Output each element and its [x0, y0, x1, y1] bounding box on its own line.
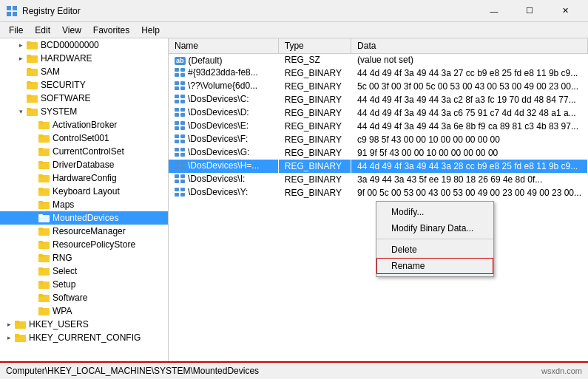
- tree-item-bcd[interactable]: ▸ BCD00000000: [0, 38, 168, 52]
- expander-wpa[interactable]: [27, 305, 38, 317]
- cell-data: 9f 00 5c 00 53 00 43 00 53 00 49 00 23 0…: [351, 186, 588, 199]
- expander-maps[interactable]: [27, 199, 38, 211]
- table-row[interactable]: \??\Volume{6d0...REG_BINARY5c 00 3f 00 3…: [169, 80, 588, 93]
- expander-hkey_users[interactable]: ▸: [3, 318, 15, 330]
- tree-item-select[interactable]: Select: [0, 264, 168, 278]
- svg-rect-84: [180, 100, 185, 103]
- expander-hardware[interactable]: ▸: [15, 52, 27, 64]
- folder-icon-resourcepolicystore: [38, 239, 50, 250]
- tree-item-activationbroker[interactable]: ActivationBroker: [0, 118, 168, 132]
- expander-hkey_current_config[interactable]: ▸: [3, 332, 15, 344]
- tree-item-resourcemanager[interactable]: ResourceManager: [0, 225, 168, 238]
- expander-mounteddevices[interactable]: [27, 212, 38, 224]
- right-panel[interactable]: Name Type Data ab(Default)REG_SZ(value n…: [169, 38, 588, 361]
- context-menu: Modify...Modify Binary Data...DeleteRena…: [376, 201, 494, 277]
- expander-sam[interactable]: [15, 66, 27, 78]
- tree-item-keyboardlayout[interactable]: Keyboard Layout: [0, 185, 168, 198]
- svg-rect-93: [175, 134, 179, 138]
- tree-item-currentcontrolset[interactable]: CurrentControlSet: [0, 145, 168, 158]
- table-row[interactable]: ab(Default)REG_SZ(value not set): [169, 53, 588, 66]
- tree-item-controlset001[interactable]: ControlSet001: [0, 132, 168, 145]
- expander-system[interactable]: ▾: [15, 106, 27, 117]
- cell-data: 44 4d 49 4f 3a 49 44 3a 27 cc b9 e8 25 f…: [351, 66, 588, 80]
- table-row[interactable]: \DosDevices\C:REG_BINARY44 4d 49 4f 3a 4…: [169, 93, 588, 106]
- tree-label-hkey_current_config: HKEY_CURRENT_CONFIG: [29, 332, 141, 343]
- tree-item-hardwareconfig[interactable]: HardwareConfig: [0, 171, 168, 185]
- tree-item-software2[interactable]: Software: [0, 291, 168, 304]
- folder-icon-sam: [27, 66, 38, 77]
- tree-label-rng: RNG: [53, 253, 72, 263]
- expander-activationbroker[interactable]: [27, 119, 38, 131]
- table-row[interactable]: #{93d23dda-fe8...REG_BINARY44 4d 49 4f 3…: [169, 66, 588, 80]
- table-row[interactable]: \DosDevices\D:REG_BINARY44 4d 49 4f 3a 4…: [169, 106, 588, 120]
- tree-item-hardware[interactable]: ▸ HARDWARE: [0, 52, 168, 65]
- status-right: wsxdn.com: [541, 366, 582, 375]
- table-row[interactable]: \DosDevices\E:REG_BINARY44 4d 49 4f 3a 4…: [169, 120, 588, 133]
- svg-rect-105: [175, 174, 179, 178]
- table-row[interactable]: \DosDevices\Y:REG_BINARY9f 00 5c 00 53 0…: [169, 186, 588, 199]
- expander-security[interactable]: [15, 79, 27, 91]
- expander-currentcontrolset[interactable]: [27, 146, 38, 157]
- close-button[interactable]: ✕: [548, 0, 582, 22]
- svg-rect-36: [38, 174, 43, 177]
- expander-software2[interactable]: [27, 292, 38, 304]
- menu-item-edit[interactable]: Edit: [29, 24, 56, 37]
- tree-item-system[interactable]: ▾ SYSTEM: [0, 105, 168, 118]
- registry-table: Name Type Data ab(Default)REG_SZ(value n…: [169, 38, 588, 199]
- folder-icon-software2: [38, 293, 50, 303]
- tree-label-currentcontrolset: CurrentControlSet: [53, 146, 124, 157]
- expander-controlset001[interactable]: [27, 132, 38, 144]
- context-menu-item-delete[interactable]: Delete: [376, 242, 493, 258]
- svg-rect-69: [15, 321, 19, 323]
- tree-item-security[interactable]: SECURITY: [0, 78, 168, 92]
- expander-resourcepolicystore[interactable]: [27, 239, 38, 250]
- svg-rect-66: [38, 307, 43, 310]
- maximize-button[interactable]: ☐: [513, 0, 547, 22]
- expander-resourcemanager[interactable]: [27, 225, 38, 237]
- expander-setup[interactable]: [27, 279, 38, 290]
- binary-icon: [175, 148, 185, 157]
- expander-keyboardlayout[interactable]: [27, 185, 38, 197]
- folder-icon-maps: [38, 199, 50, 210]
- menu-item-favorites[interactable]: Favorites: [87, 24, 135, 37]
- cell-type: REG_BINARY: [278, 160, 351, 173]
- tree-item-driverdatabase[interactable]: DriverDatabase: [0, 158, 168, 171]
- tree-item-mounteddevices[interactable]: MountedDevices: [0, 211, 168, 225]
- tree-item-software[interactable]: SOFTWARE: [0, 92, 168, 105]
- expander-select[interactable]: [27, 265, 38, 277]
- context-menu-item-modifybinary[interactable]: Modify Binary Data...: [376, 220, 493, 236]
- table-row[interactable]: \DosDevices\I:REG_BINARY3a 49 44 3a 43 5…: [169, 173, 588, 186]
- context-menu-item-modify[interactable]: Modify...: [376, 204, 493, 220]
- menu-item-file[interactable]: File: [3, 24, 29, 37]
- tree-item-maps[interactable]: Maps: [0, 198, 168, 211]
- tree-item-hkey_users[interactable]: ▸ HKEY_USERS: [0, 318, 168, 331]
- table-row[interactable]: \DosDevices\F:REG_BINARYc9 98 5f 43 00 0…: [169, 133, 588, 146]
- expander-software[interactable]: [15, 92, 27, 104]
- svg-rect-112: [180, 193, 185, 197]
- minimize-button[interactable]: —: [477, 0, 511, 22]
- expander-bcd[interactable]: ▸: [15, 39, 27, 51]
- expander-hardwareconfig[interactable]: [27, 172, 38, 184]
- tree-item-wpa[interactable]: WPA: [0, 304, 168, 318]
- menu-item-help[interactable]: Help: [135, 24, 166, 37]
- table-row[interactable]: \DosDevices\G:REG_BINARY91 9f 5f 43 00 0…: [169, 146, 588, 160]
- cell-type: REG_BINARY: [278, 93, 351, 106]
- svg-rect-106: [180, 174, 185, 178]
- tree-item-setup[interactable]: Setup: [0, 278, 168, 291]
- context-menu-item-rename[interactable]: Rename: [376, 258, 493, 274]
- tree-item-resourcepolicystore[interactable]: ResourcePolicyStore: [0, 238, 168, 251]
- folder-icon-hkey_current_config: [15, 332, 27, 343]
- tree-item-hkey_current_config[interactable]: ▸ HKEY_CURRENT_CONFIG: [0, 331, 168, 344]
- menu-item-view[interactable]: View: [56, 24, 87, 37]
- cell-type: REG_BINARY: [278, 146, 351, 160]
- expander-rng[interactable]: [27, 252, 38, 264]
- tree-label-driverdatabase: DriverDatabase: [53, 160, 114, 170]
- expander-driverdatabase[interactable]: [27, 159, 38, 171]
- svg-rect-92: [180, 126, 185, 130]
- tree-item-sam[interactable]: SAM: [0, 65, 168, 78]
- table-row[interactable]: \DosDevices\H=...REG_BINARY44 4d 49 4f 3…: [169, 160, 588, 173]
- tree-panel[interactable]: ▸ BCD00000000▸ HARDWARE SAM SECURITY SOF…: [0, 38, 169, 361]
- binary-icon: [175, 95, 185, 103]
- tree-item-rng[interactable]: RNG: [0, 251, 168, 264]
- tree-label-security: SECURITY: [41, 80, 86, 90]
